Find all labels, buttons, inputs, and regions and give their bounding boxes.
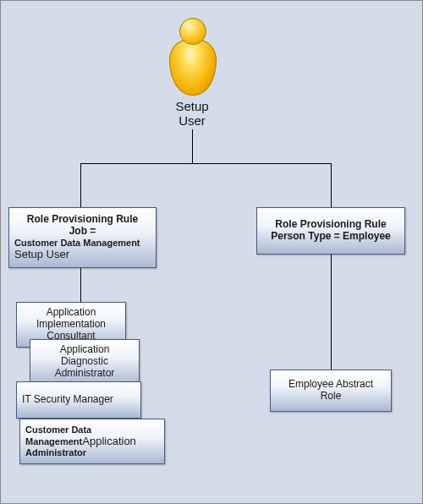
rr-l1: Employee Abstract: [288, 379, 373, 391]
right-rule-l1: Role Provisioning Rule: [275, 219, 386, 231]
role-app-diag-admin: Application Diagnostic Administrator: [30, 339, 140, 385]
r2-l3: Administrator: [55, 368, 115, 380]
setup-user-icon: [167, 18, 217, 96]
connector: [331, 163, 332, 207]
rr-l2: Role: [321, 391, 342, 403]
r4-l3: Administrator: [25, 447, 159, 458]
left-rule-box: Role Provisioning Rule Job = Customer Da…: [8, 207, 157, 268]
role-cdm-app-admin: Customer Data ManagementApplication Admi…: [19, 419, 165, 464]
setup-user-label-l2: User: [158, 113, 226, 128]
right-rule-l2: Person Type = Employee: [271, 231, 391, 243]
r2-l2: Diagnostic: [61, 356, 108, 368]
r1-l1: Application: [47, 307, 96, 319]
connector: [80, 163, 331, 164]
r1-l2: Implementation: [36, 319, 106, 331]
setup-user-label: Setup User: [158, 99, 226, 128]
r4-row2: ManagementApplication: [25, 436, 159, 448]
r4-l2b: Application: [82, 435, 136, 447]
left-rule-l3: Customer Data Management: [14, 238, 151, 249]
connector: [192, 129, 193, 163]
left-rule-l1: Role Provisioning Rule: [14, 214, 151, 226]
left-rule-l4: Setup User: [14, 249, 151, 261]
connector: [331, 255, 332, 370]
setup-user-label-l1: Setup: [158, 99, 226, 113]
r3-l1: IT Security Manager: [22, 394, 135, 406]
role-it-security-manager: IT Security Manager: [16, 381, 141, 419]
connector: [80, 268, 81, 302]
connector: [80, 163, 81, 207]
right-rule-box: Role Provisioning Rule Person Type = Emp…: [256, 207, 405, 255]
role-employee-abstract: Employee Abstract Role: [270, 370, 392, 412]
r4-l2a: Management: [25, 436, 82, 446]
r2-l1: Application: [60, 344, 110, 356]
left-rule-l2: Job =: [14, 226, 151, 238]
